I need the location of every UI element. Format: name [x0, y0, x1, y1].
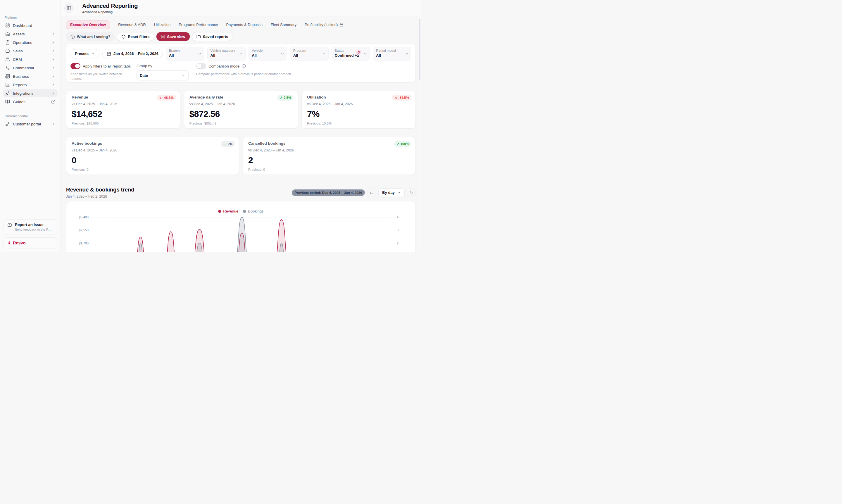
filter-label: Vehicle [252, 49, 279, 52]
what-am-i-seeing-button[interactable]: What am I seeing? [66, 32, 114, 41]
undo-icon [409, 190, 414, 195]
sidebar-item-sales[interactable]: Sales [3, 47, 58, 55]
sidebar-item-guides[interactable]: Guides [3, 98, 58, 106]
sidebar-item-reports[interactable]: Reports [3, 81, 58, 89]
sidebar-item-customer-portal[interactable]: Customer portal [3, 120, 58, 128]
compare-period-button[interactable] [367, 188, 376, 197]
sidebar-item-dashboard[interactable]: Dashboard [3, 21, 58, 30]
chevron-right-icon [51, 83, 55, 87]
panel-left-icon [67, 6, 71, 11]
chart-column-icon [5, 83, 10, 87]
filter-select-vehicle[interactable]: VehicleAll [249, 47, 287, 60]
apply-filters-toggle[interactable] [70, 63, 80, 69]
comparison-mode-toggle[interactable] [196, 63, 206, 69]
sidebar-item-label: Dashboard [13, 23, 55, 28]
tab-fleet-summary[interactable]: Fleet Summary [271, 22, 297, 27]
previous-period-pill: Previous period: Dec 4, 2025 – Jan 4, 20… [292, 190, 365, 196]
sidebar-item-crm[interactable]: CRM [3, 55, 58, 64]
sidebar: Platform DashboardAssetsOperationsSalesC… [0, 0, 61, 252]
legend-label: Revenue [223, 209, 238, 213]
undo-button[interactable] [407, 188, 416, 197]
page-subtitle: Advanced Reporting [82, 10, 138, 14]
kpi-value: $14,652 [72, 109, 175, 119]
chevron-down-icon [363, 52, 367, 56]
filter-select-branch[interactable]: BranchAll [166, 47, 204, 60]
sidebar-platform-items: DashboardAssetsOperationsSalesCRMCommerc… [0, 21, 60, 106]
tab-revenue-adr[interactable]: Revenue & ADR [118, 22, 146, 27]
kpi-change-value: 100% [400, 142, 409, 146]
sidebar-item-label: Guides [13, 100, 48, 104]
tab-executive-overview[interactable]: Executive Overview [66, 20, 110, 29]
sidebar-item-label: Customer portal [13, 122, 48, 126]
message-warning-icon [7, 223, 12, 228]
granularity-select[interactable]: By day [378, 188, 405, 197]
legend-item-bookings[interactable]: Bookings [243, 209, 264, 213]
saved-reports-button[interactable]: Saved reports [192, 32, 233, 41]
sidebar-item-business[interactable]: Business [3, 72, 58, 80]
date-range-button[interactable]: Jan 4, 2026 – Feb 2, 2026 [102, 49, 163, 58]
sidebar-item-integrations[interactable]: Integrations [3, 89, 58, 97]
filter-value: All [376, 53, 404, 58]
sidebar-item-operations[interactable]: Operations [3, 38, 58, 47]
sidebar-item-label: Assets [13, 32, 48, 36]
kpi-value: 0 [72, 155, 234, 165]
sidebar-item-commercial[interactable]: Commercial [3, 64, 58, 72]
filter-select-program[interactable]: ProgramAll [290, 47, 328, 60]
reset-filters-button[interactable]: Reset filters [117, 32, 154, 41]
apply-filters-description: Keep filters as you switch between repor… [70, 72, 132, 81]
group-by-select[interactable]: Date [137, 70, 189, 80]
tab-label: Executive Overview [70, 22, 106, 27]
trend-arrow-icon: ↘ [394, 95, 397, 100]
presets-button[interactable]: Presets [70, 49, 100, 58]
chevron-right-icon [51, 122, 55, 126]
kpi-change-value: 0% [228, 142, 232, 146]
toolbar: What am I seeing? Reset filters Save vie… [66, 32, 416, 41]
lock-icon [339, 22, 343, 26]
brand-footer[interactable]: Resvo [3, 237, 57, 249]
trend-arrow-icon: ↘ [159, 95, 162, 100]
kpi-title: Cancelled bookings [248, 141, 410, 146]
trend-arrow-icon: ↗ [396, 142, 399, 146]
chevron-down-icon [198, 52, 202, 56]
chevron-right-icon [51, 40, 55, 44]
sidebar-toggle-button[interactable] [64, 3, 74, 13]
kpi-compare-range: vs Dec 4, 2025 – Jan 4, 2026 [72, 102, 175, 106]
trend-arrow-icon: — [223, 142, 227, 146]
kpi-change-value: -48.6% [163, 96, 173, 100]
chevron-right-icon [51, 57, 55, 61]
tab-payments-deposits[interactable]: Payments & Deposits [226, 22, 263, 27]
trend-arrow-icon: ↗ [280, 95, 282, 100]
tab-label: Revenue & ADR [118, 22, 146, 27]
scrollbar-thumb[interactable] [419, 19, 420, 80]
chevron-right-icon [51, 66, 55, 70]
tab-label: Utilization [154, 22, 171, 27]
chevron-down-icon [280, 52, 285, 56]
scrollbar[interactable] [418, 16, 421, 252]
filter-select-rental-model[interactable]: Rental modelAll [373, 47, 411, 60]
briefcase-icon [5, 49, 10, 53]
sidebar-item-label: Operations [13, 40, 48, 45]
save-view-button[interactable]: Save view [157, 32, 190, 41]
chevron-right-icon [51, 32, 55, 36]
filter-select-vehicle-category[interactable]: Vehicle categoryAll [207, 47, 246, 60]
filter-select-status[interactable]: StatusConfirmed +23 [332, 47, 370, 60]
report-an-issue-card[interactable]: Report an issue Send feedback to the Res… [3, 219, 57, 234]
filter-value: All [169, 53, 196, 58]
tab-profitability-locked[interactable]: Profitability (locked) [305, 22, 343, 27]
tab-utilization[interactable]: Utilization [154, 22, 171, 27]
kpi-previous: Previous: 0 [72, 168, 234, 171]
clipboard-list-icon [5, 40, 10, 45]
kpi-compare-range: vs Dec 4, 2025 – Jan 4, 2026 [190, 102, 293, 106]
kpi-compare-range: vs Dec 4, 2025 – Jan 4, 2026 [307, 102, 410, 106]
kpi-previous: Previous: $28,505 [72, 122, 175, 125]
sidebar-item-label: Business [13, 74, 48, 79]
tab-label: Fleet Summary [271, 22, 297, 27]
kpi-title: Active bookings [72, 141, 234, 146]
kpi-value: 2 [248, 155, 410, 165]
kpi-row-1: Revenue↘-48.6%vs Dec 4, 2025 – Jan 4, 20… [66, 91, 416, 129]
tab-programs-performance[interactable]: Programs Performance [179, 22, 218, 27]
trend-subtitle: Jan 4, 2026 – Feb 2, 2026 [66, 194, 292, 198]
kpi-previous: Previous: 10.6% [307, 122, 410, 125]
legend-item-revenue[interactable]: Revenue [218, 209, 238, 213]
sidebar-item-assets[interactable]: Assets [3, 30, 58, 38]
